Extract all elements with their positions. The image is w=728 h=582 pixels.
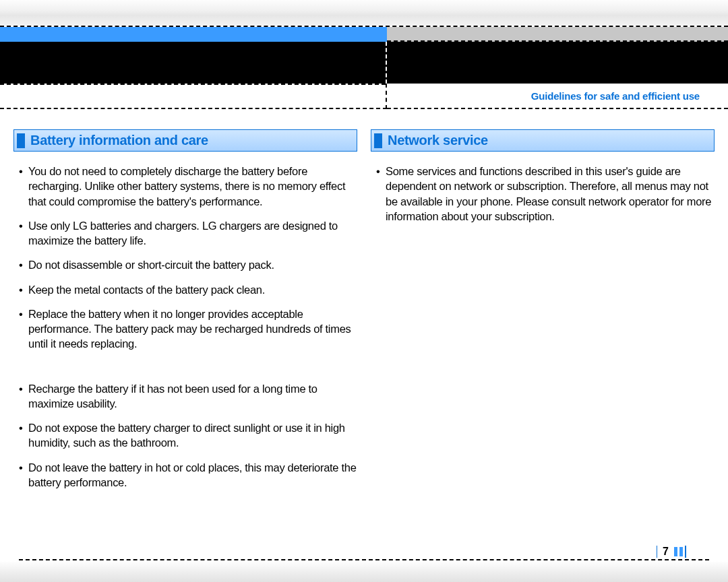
list-item: Do not expose the battery charger to dir…: [19, 420, 357, 451]
battery-list-1: You do not need to completely discharge …: [13, 164, 357, 352]
top-gradient: [0, 0, 728, 26]
list-gap: [13, 361, 357, 381]
list-item: Some services and functions described in…: [376, 164, 715, 224]
header-black-strip: [0, 42, 728, 84]
list-item: Recharge the battery if it has not been …: [19, 381, 357, 412]
header-bar-blue: [0, 27, 387, 42]
footer: 7: [0, 559, 728, 560]
header-bar: [0, 27, 728, 42]
list-item: You do not need to completely discharge …: [19, 164, 357, 209]
bottom-gradient: [0, 562, 728, 582]
heading-text: Network service: [388, 133, 488, 148]
section-label: Guidelines for safe and efficient use: [531, 90, 700, 102]
list-item: Replace the battery when it no longer pr…: [19, 306, 357, 352]
left-column: Battery information and care You do not …: [13, 129, 357, 499]
footer-dashed-line: [19, 559, 709, 560]
list-item: Use only LG batteries and chargers. LG c…: [19, 218, 357, 249]
section-header-row: Guidelines for safe and efficient use: [0, 84, 728, 109]
heading-box-battery: Battery information and care: [13, 129, 357, 152]
header-black-left: [0, 42, 387, 84]
heading-text: Battery information and care: [30, 133, 208, 148]
heading-marker-icon: [374, 133, 382, 148]
network-list: Some services and functions described in…: [371, 164, 715, 224]
list-item: Do not leave the battery in hot or cold …: [19, 460, 357, 490]
section-header-left: [0, 84, 387, 109]
content-area: Battery information and care You do not …: [0, 109, 728, 499]
heading-marker-icon: [17, 133, 25, 148]
right-column: Network service Some services and functi…: [371, 129, 715, 499]
list-item: Do not disassemble or short-circuit the …: [19, 257, 357, 272]
heading-box-network: Network service: [371, 129, 715, 152]
page-decoration-bars-icon: [674, 546, 697, 558]
page-number: 7: [657, 546, 669, 558]
page-number-box: 7: [653, 546, 701, 558]
section-header-right: Guidelines for safe and efficient use: [387, 84, 728, 109]
battery-list-2: Recharge the battery if it has not been …: [13, 381, 357, 490]
header-bar-gray: [387, 27, 728, 42]
list-item: Keep the metal contacts of the battery p…: [19, 282, 357, 297]
